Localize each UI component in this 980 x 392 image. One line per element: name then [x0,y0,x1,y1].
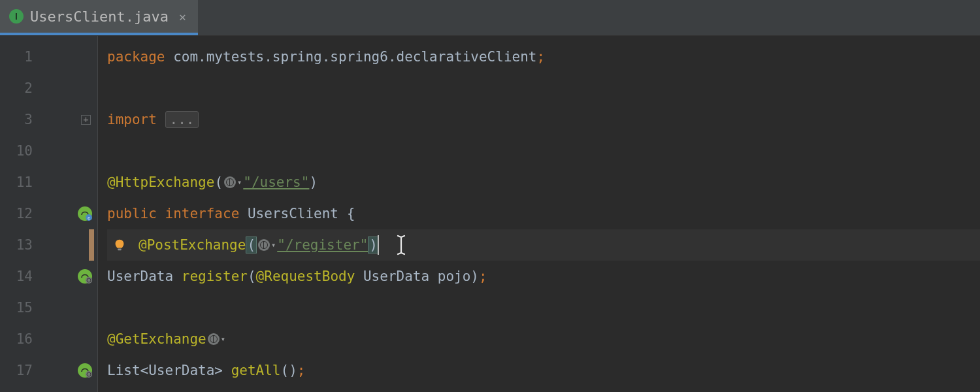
line-number: 11 [8,174,33,190]
line-number: 3 [8,112,33,127]
type-name: UserData [355,269,437,284]
annotation: @HttpExchange [107,174,214,190]
fold-expand-icon[interactable]: + [81,115,91,125]
matched-paren: ( [246,237,257,253]
code-line[interactable] [107,135,980,167]
param-name: pojo [438,269,471,284]
line-number: 16 [8,331,33,347]
chevron-down-icon: ▾ [221,335,225,344]
punct: ; [297,363,306,378]
type-name: UsersClient [248,206,347,221]
string-literal: "/users" [243,174,309,190]
type-name: List<UserData> [107,363,231,378]
url-nav-icon[interactable]: ▾ [258,239,276,251]
code-line[interactable]: package com.mytests.spring.spring6.decla… [107,41,980,73]
line-number: 10 [8,143,33,159]
file-tab[interactable]: I UsersClient.java ✕ [0,0,198,35]
intention-bulb-icon[interactable] [112,238,127,252]
spring-bean-icon[interactable]: c [76,205,93,222]
code-line[interactable]: @HttpExchange(▾"/users") [107,167,980,198]
fold-placeholder[interactable]: ... [165,111,199,128]
package-name: com.mytests.spring.spring6.declarativeCl… [173,49,536,65]
tab-filename: UsersClient.java [30,8,169,25]
interface-icon: I [9,9,24,24]
code-line[interactable] [107,73,980,104]
url-nav-icon[interactable]: ▾ [224,176,242,188]
punct: ; [536,49,545,65]
code-line[interactable]: @GetExchange▾ [107,323,980,355]
punct: () [281,363,297,378]
globe-icon [258,239,270,251]
line-number: 14 [8,269,33,284]
globe-icon [224,176,236,188]
url-nav-icon[interactable]: ▾ [208,333,225,345]
code-line[interactable]: List<UserData> getAll(); [107,355,980,386]
code-line[interactable]: public interface UsersClient { [107,198,980,229]
code-line-current[interactable]: @PostExchange(▾"/register") [107,229,980,261]
spring-endpoint-icon[interactable] [76,268,93,285]
chevron-down-icon: ▾ [271,240,276,250]
punct: ( [214,174,223,190]
svg-point-4 [86,277,92,284]
line-number: 13 [8,237,33,253]
string-literal: "/register" [277,237,368,253]
code-line[interactable] [107,292,980,323]
close-icon[interactable]: ✕ [179,10,186,24]
type-name: UserData [107,269,182,284]
punct: ) [470,269,479,284]
code-area[interactable]: package com.mytests.spring.spring6.decla… [98,36,980,392]
punct: ( [248,269,256,284]
punct: ) [309,174,318,190]
globe-icon [208,333,220,345]
annotation: @RequestBody [256,269,355,284]
svg-point-7 [86,371,92,378]
method-name: getAll [231,363,281,378]
current-line-marker [89,229,94,261]
line-number: 17 [8,363,33,378]
annotation: @GetExchange [107,331,206,347]
line-number: 1 [8,49,33,65]
svg-rect-9 [118,249,122,251]
svg-text:c: c [88,216,90,220]
spring-endpoint-icon[interactable] [76,362,93,379]
line-number: 12 [8,206,33,221]
annotation: @PostExchange [139,237,246,253]
line-number: 2 [8,80,33,96]
keyword: package [107,49,173,65]
keyword: import [107,112,165,127]
line-number: 15 [8,300,33,316]
code-line[interactable]: import ... [107,104,980,135]
tab-bar: I UsersClient.java ✕ [0,0,980,36]
chevron-down-icon: ▾ [237,178,242,187]
code-line[interactable]: UserData register(@RequestBody UserData … [107,261,980,292]
editor: 1 2 3+ 10 11 12 c 13 14 15 16 17 package… [0,36,980,392]
method-name: register [182,269,248,284]
gutter: 1 2 3+ 10 11 12 c 13 14 15 16 17 [0,36,98,392]
text-caret [378,235,379,255]
punct: ; [479,269,487,284]
punct: { [347,206,355,221]
keyword: public interface [107,206,248,221]
